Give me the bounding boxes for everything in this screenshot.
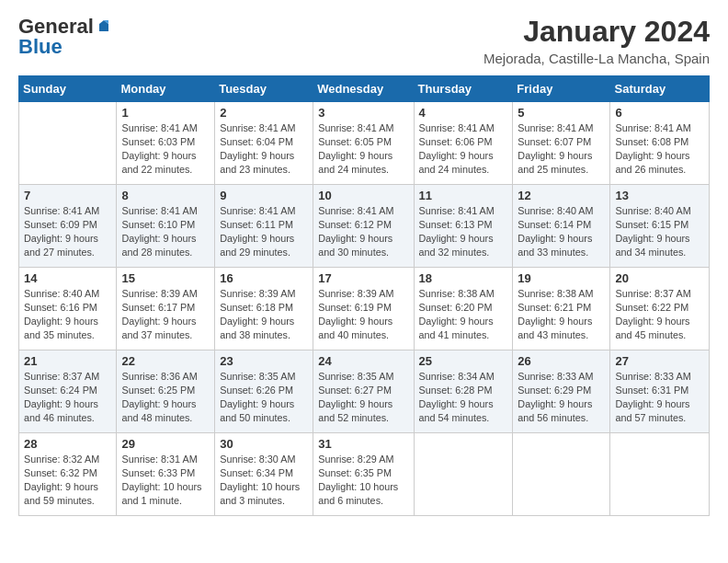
day-cell: 22Sunrise: 8:36 AM Sunset: 6:25 PM Dayli…	[117, 350, 215, 433]
day-cell: 6Sunrise: 8:41 AM Sunset: 6:08 PM Daylig…	[610, 102, 710, 185]
day-number: 14	[24, 271, 111, 285]
day-info: Sunrise: 8:30 AM Sunset: 6:34 PM Dayligh…	[220, 453, 308, 508]
day-cell: 7Sunrise: 8:41 AM Sunset: 6:09 PM Daylig…	[19, 185, 117, 268]
day-info: Sunrise: 8:41 AM Sunset: 6:13 PM Dayligh…	[419, 204, 508, 259]
logo: General Blue	[18, 15, 112, 59]
day-number: 8	[121, 189, 210, 202]
day-number: 5	[518, 106, 605, 120]
day-number: 11	[419, 189, 508, 202]
day-cell: 27Sunrise: 8:33 AM Sunset: 6:31 PM Dayli…	[610, 350, 710, 433]
day-info: Sunrise: 8:33 AM Sunset: 6:31 PM Dayligh…	[615, 370, 704, 425]
day-cell: 12Sunrise: 8:40 AM Sunset: 6:14 PM Dayli…	[513, 185, 610, 268]
location: Mejorada, Castille-La Mancha, Spain	[483, 51, 710, 66]
day-cell: 19Sunrise: 8:38 AM Sunset: 6:21 PM Dayli…	[513, 268, 610, 350]
empty-cell	[414, 433, 513, 516]
day-info: Sunrise: 8:41 AM Sunset: 6:12 PM Dayligh…	[318, 204, 408, 259]
day-info: Sunrise: 8:35 AM Sunset: 6:26 PM Dayligh…	[220, 370, 308, 425]
day-number: 17	[318, 271, 408, 285]
weekday-header: Sunday	[19, 76, 117, 102]
day-cell: 1Sunrise: 8:41 AM Sunset: 6:03 PM Daylig…	[117, 102, 215, 185]
day-number: 20	[615, 271, 704, 285]
day-cell: 10Sunrise: 8:41 AM Sunset: 6:12 PM Dayli…	[313, 185, 414, 268]
day-cell: 4Sunrise: 8:41 AM Sunset: 6:06 PM Daylig…	[414, 102, 513, 185]
day-number: 4	[419, 106, 508, 120]
day-cell: 23Sunrise: 8:35 AM Sunset: 6:26 PM Dayli…	[215, 350, 313, 433]
day-number: 24	[318, 354, 408, 368]
day-cell: 25Sunrise: 8:34 AM Sunset: 6:28 PM Dayli…	[414, 350, 513, 433]
weekday-header: Friday	[513, 76, 610, 102]
day-info: Sunrise: 8:41 AM Sunset: 6:04 PM Dayligh…	[220, 121, 308, 177]
day-info: Sunrise: 8:36 AM Sunset: 6:25 PM Dayligh…	[121, 370, 210, 425]
day-info: Sunrise: 8:41 AM Sunset: 6:10 PM Dayligh…	[121, 204, 210, 259]
weekday-header: Wednesday	[313, 76, 414, 102]
day-info: Sunrise: 8:41 AM Sunset: 6:05 PM Dayligh…	[318, 121, 408, 177]
day-info: Sunrise: 8:37 AM Sunset: 6:22 PM Dayligh…	[615, 287, 704, 342]
day-info: Sunrise: 8:29 AM Sunset: 6:35 PM Dayligh…	[318, 453, 408, 508]
weekday-header: Monday	[117, 76, 215, 102]
day-info: Sunrise: 8:31 AM Sunset: 6:33 PM Dayligh…	[121, 453, 210, 508]
day-number: 29	[121, 437, 210, 451]
calendar-header: SundayMondayTuesdayWednesdayThursdayFrid…	[19, 76, 710, 102]
calendar-table: SundayMondayTuesdayWednesdayThursdayFrid…	[18, 75, 710, 516]
month-title: January 2024	[483, 15, 710, 49]
day-number: 12	[518, 189, 605, 202]
day-info: Sunrise: 8:37 AM Sunset: 6:24 PM Dayligh…	[24, 370, 111, 425]
day-cell: 28Sunrise: 8:32 AM Sunset: 6:32 PM Dayli…	[19, 433, 117, 516]
day-number: 26	[518, 354, 605, 368]
day-cell: 29Sunrise: 8:31 AM Sunset: 6:33 PM Dayli…	[117, 433, 215, 516]
day-cell: 24Sunrise: 8:35 AM Sunset: 6:27 PM Dayli…	[313, 350, 414, 433]
empty-cell	[513, 433, 610, 516]
day-number: 22	[121, 354, 210, 368]
day-info: Sunrise: 8:33 AM Sunset: 6:29 PM Dayligh…	[518, 370, 605, 425]
day-number: 31	[318, 437, 408, 451]
weekday-header: Thursday	[414, 76, 513, 102]
day-cell: 16Sunrise: 8:39 AM Sunset: 6:18 PM Dayli…	[215, 268, 313, 350]
day-number: 10	[318, 189, 408, 202]
day-cell: 18Sunrise: 8:38 AM Sunset: 6:20 PM Dayli…	[414, 268, 513, 350]
day-info: Sunrise: 8:32 AM Sunset: 6:32 PM Dayligh…	[24, 453, 111, 508]
day-cell: 3Sunrise: 8:41 AM Sunset: 6:05 PM Daylig…	[313, 102, 414, 185]
day-info: Sunrise: 8:35 AM Sunset: 6:27 PM Dayligh…	[318, 370, 408, 425]
day-cell: 9Sunrise: 8:41 AM Sunset: 6:11 PM Daylig…	[215, 185, 313, 268]
page-header: General Blue January 2024 Mejorada, Cast…	[18, 15, 710, 66]
weekday-header: Saturday	[610, 76, 710, 102]
day-info: Sunrise: 8:40 AM Sunset: 6:14 PM Dayligh…	[518, 204, 605, 259]
day-number: 7	[24, 189, 111, 202]
day-number: 15	[121, 271, 210, 285]
day-number: 27	[615, 354, 704, 368]
title-block: January 2024 Mejorada, Castille-La Manch…	[483, 15, 710, 66]
day-info: Sunrise: 8:41 AM Sunset: 6:07 PM Dayligh…	[518, 121, 605, 177]
day-number: 19	[518, 271, 605, 285]
day-cell: 5Sunrise: 8:41 AM Sunset: 6:07 PM Daylig…	[513, 102, 610, 185]
logo-blue: Blue	[18, 35, 63, 59]
day-info: Sunrise: 8:41 AM Sunset: 6:06 PM Dayligh…	[419, 121, 508, 177]
day-info: Sunrise: 8:39 AM Sunset: 6:17 PM Dayligh…	[121, 287, 210, 342]
day-cell: 14Sunrise: 8:40 AM Sunset: 6:16 PM Dayli…	[19, 268, 117, 350]
day-number: 1	[121, 106, 210, 120]
day-cell: 2Sunrise: 8:41 AM Sunset: 6:04 PM Daylig…	[215, 102, 313, 185]
day-info: Sunrise: 8:41 AM Sunset: 6:09 PM Dayligh…	[24, 204, 111, 259]
day-cell: 11Sunrise: 8:41 AM Sunset: 6:13 PM Dayli…	[414, 185, 513, 268]
logo-icon	[96, 18, 112, 35]
day-info: Sunrise: 8:40 AM Sunset: 6:15 PM Dayligh…	[615, 204, 704, 259]
day-number: 2	[220, 106, 308, 120]
day-number: 9	[220, 189, 308, 202]
day-info: Sunrise: 8:39 AM Sunset: 6:19 PM Dayligh…	[318, 287, 408, 342]
day-number: 6	[615, 106, 704, 120]
day-cell: 13Sunrise: 8:40 AM Sunset: 6:15 PM Dayli…	[610, 185, 710, 268]
day-cell: 21Sunrise: 8:37 AM Sunset: 6:24 PM Dayli…	[19, 350, 117, 433]
day-info: Sunrise: 8:41 AM Sunset: 6:08 PM Dayligh…	[615, 121, 704, 177]
day-cell: 8Sunrise: 8:41 AM Sunset: 6:10 PM Daylig…	[117, 185, 215, 268]
day-info: Sunrise: 8:38 AM Sunset: 6:21 PM Dayligh…	[518, 287, 605, 342]
day-number: 23	[220, 354, 308, 368]
day-number: 28	[24, 437, 111, 451]
day-cell: 20Sunrise: 8:37 AM Sunset: 6:22 PM Dayli…	[610, 268, 710, 350]
day-number: 16	[220, 271, 308, 285]
day-info: Sunrise: 8:38 AM Sunset: 6:20 PM Dayligh…	[419, 287, 508, 342]
weekday-header: Tuesday	[215, 76, 313, 102]
day-number: 18	[419, 271, 508, 285]
day-cell: 17Sunrise: 8:39 AM Sunset: 6:19 PM Dayli…	[313, 268, 414, 350]
day-number: 30	[220, 437, 308, 451]
day-number: 13	[615, 189, 704, 202]
day-info: Sunrise: 8:40 AM Sunset: 6:16 PM Dayligh…	[24, 287, 111, 342]
